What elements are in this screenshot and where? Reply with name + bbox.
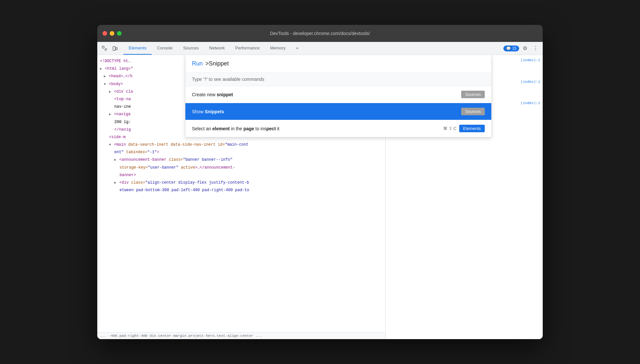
command-item-show-snippets[interactable]: Show Snippets Sources [185,103,491,120]
traffic-lights [103,31,122,36]
inspect-element-button[interactable] [100,44,109,53]
device-toolbar-button[interactable] [110,44,120,53]
html-line[interactable]: ent" tabindex="-1"> [97,149,385,156]
titlebar: DevTools - developer.chrome.com/docs/dev… [97,25,543,42]
breadcrumb: ... ·400.pad-right-400 div.center-margin… [97,332,385,339]
command-item-create-snippet[interactable]: Create new snippet Sources [185,86,491,103]
svg-rect-0 [102,46,104,48]
source-badge-sources: Sources [461,91,485,98]
svg-rect-1 [113,46,115,50]
tab-memory[interactable]: Memory [265,42,291,55]
source-badge-elements: Elements [459,125,485,132]
command-hint: Type '?' to see available commands [185,73,491,86]
notification-badge[interactable]: 💬 15 [503,46,519,51]
tab-console[interactable]: Console [152,42,178,55]
maximize-button[interactable] [117,31,122,36]
command-item-text: Select an element in the page to inspect… [192,126,279,131]
html-line[interactable]: etween pad-bottom-300 pad-left-400 pad-r… [97,187,385,194]
command-item-text: Create new snippet [192,92,233,97]
tab-network[interactable]: Network [204,42,230,55]
run-label: Run [192,60,203,67]
html-line[interactable]: ▼ <main data-search-inert data-side-nav-… [97,141,385,149]
command-input-row: Run [185,55,491,73]
devtools-container: Elements Console Sources Network Perform… [97,42,543,339]
devtools-window: DevTools - developer.chrome.com/docs/dev… [97,25,543,339]
html-line[interactable]: storage-key="user-banner" active>…</anno… [97,164,385,172]
tab-elements[interactable]: Elements [123,42,152,55]
html-line[interactable]: ▶ <div class="align-center display-flex … [97,179,385,187]
toolbar-right: 💬 15 ⚙ ⋮ [503,44,540,53]
settings-button[interactable]: ⚙ [520,44,530,53]
toolbar-icons [100,44,120,53]
window-title: DevTools - developer.chrome.com/docs/dev… [270,31,370,36]
tab-sources[interactable]: Sources [178,42,204,55]
close-button[interactable] [103,31,107,36]
shortcut-keys: ⌘ ⇧ C [443,126,457,131]
badge-icon: 💬 [506,46,511,51]
html-line[interactable]: ▶ <announcement-banner class="banner ban… [97,156,385,164]
command-item-select-element[interactable]: Select an element in the page to inspect… [185,120,491,137]
tab-more[interactable]: » [291,42,304,55]
main-content: <!DOCTYPE ht… ▶ <html lang=" ▶ <head>…</… [97,55,543,339]
minimize-button[interactable] [110,31,114,36]
command-input[interactable] [205,60,485,67]
badge-count: 15 [512,46,517,51]
tab-performance[interactable]: Performance [230,42,265,55]
command-item-text: Show Snippets [192,109,224,114]
tabs: Elements Console Sources Network Perform… [123,42,304,55]
command-palette: Run Type '?' to see available commands C… [185,55,492,137]
svg-rect-2 [116,47,117,50]
source-badge-sources-selected: Sources [461,108,485,115]
html-line[interactable]: banner> [97,172,385,179]
more-options-button[interactable]: ⋮ [531,44,540,53]
toolbar: Elements Console Sources Network Perform… [97,42,543,55]
